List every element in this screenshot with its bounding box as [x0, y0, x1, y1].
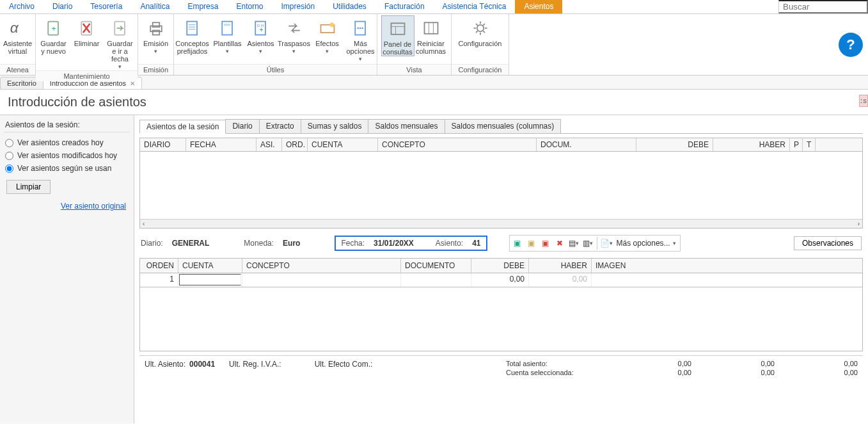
mas-opciones-dropdown[interactable]: Más opciones...▾: [614, 237, 679, 250]
radio-input[interactable]: [5, 152, 13, 160]
tab-diario[interactable]: Diario: [225, 119, 259, 133]
cuenta-input[interactable]: [179, 274, 241, 285]
scrollbar[interactable]: ‹›: [140, 219, 862, 228]
col-debe2[interactable]: DEBE: [471, 259, 529, 273]
observaciones-button[interactable]: Observaciones: [794, 236, 862, 250]
guardar-ir-fecha-button[interactable]: Guardar e ir a fecha ▾: [104, 15, 137, 70]
col-docum[interactable]: DOCUM.: [537, 138, 636, 151]
fecha-value[interactable]: 31/01/20XX: [374, 239, 414, 248]
menu-diario[interactable]: Diario: [43, 0, 81, 13]
effects-icon: [317, 18, 338, 38]
radio-input[interactable]: [5, 164, 13, 173]
radio-creados-hoy[interactable]: Ver asientos creados hoy: [4, 136, 130, 149]
col-fecha[interactable]: FECHA: [186, 138, 256, 151]
col-asi[interactable]: ASI.: [256, 138, 282, 151]
emision-button[interactable]: Emisión ▾: [139, 15, 173, 55]
ribbon-group-label: Mantenimiento: [36, 70, 138, 81]
col-diario[interactable]: DIARIO: [140, 138, 186, 151]
cell-cuenta[interactable]: [178, 273, 242, 287]
cell-documento[interactable]: [401, 273, 471, 287]
col-concepto[interactable]: CONCEPTO: [378, 138, 537, 151]
reiniciar-columnas-button[interactable]: Reiniciar columnas: [414, 15, 448, 55]
menu-entorno[interactable]: Entorno: [227, 0, 272, 13]
tab-sumas-saldos[interactable]: Sumas y saldos: [301, 119, 369, 133]
col-p[interactable]: P: [790, 138, 803, 151]
asientos-util-button[interactable]: D H+ Asientos ▾: [244, 15, 278, 55]
ver-asiento-original-link[interactable]: Ver asiento original: [4, 199, 130, 213]
session-grid-body[interactable]: ‹›: [139, 152, 863, 229]
menu-impresion[interactable]: Impresión: [272, 0, 324, 13]
tab-extracto[interactable]: Extracto: [259, 119, 301, 133]
col-cuenta2[interactable]: CUENTA: [178, 259, 242, 273]
menu-utilidades[interactable]: Utilidades: [324, 0, 375, 13]
scroll-left-icon[interactable]: ‹: [143, 220, 145, 227]
tab-asientos-sesion[interactable]: Asientos de la sesión: [139, 120, 226, 134]
dropdown-arrow-icon: ▾: [673, 240, 676, 246]
guardar-y-nuevo-button[interactable]: + Guardar y nuevo: [37, 15, 70, 55]
asistente-virtual-button[interactable]: α Asistente virtual: [1, 15, 35, 55]
printer-icon: [146, 18, 166, 38]
tb-tool2-icon[interactable]: ▥▾: [581, 237, 594, 250]
col-orden[interactable]: ORDEN: [140, 259, 178, 273]
mas-opciones-label: Más opciones...: [617, 239, 670, 248]
cuenta-sel-haber: 0,00: [711, 369, 775, 376]
radio-label: Ver asientos según se usan: [17, 164, 111, 173]
cuenta-sel-diff: 0,00: [794, 369, 858, 376]
svg-rect-25: [391, 23, 404, 35]
col-documento[interactable]: DOCUMENTO: [401, 259, 471, 273]
asiento-value[interactable]: 41: [472, 239, 480, 248]
eliminar-button[interactable]: Eliminar: [70, 15, 104, 47]
cell-imagen[interactable]: [592, 273, 862, 287]
menu-archivo[interactable]: Archivo: [0, 0, 43, 13]
cell-haber[interactable]: 0,00: [529, 273, 592, 287]
ribbon-group-mantenimiento: + Guardar y nuevo Eliminar Guardar e ir …: [36, 14, 138, 75]
conceptos-prefijados-button[interactable]: Conceptos prefijados: [174, 15, 211, 55]
menu-tesoreria[interactable]: Tesorería: [81, 0, 131, 13]
col-haber2[interactable]: HABER: [529, 259, 592, 273]
radio-segun-usan[interactable]: Ver asientos según se usan: [4, 162, 130, 175]
tb-delete-icon[interactable]: ✖: [553, 237, 566, 250]
ribbon-group-label: Útiles: [174, 64, 377, 75]
col-concepto2[interactable]: CONCEPTO: [242, 259, 401, 273]
tb-doc-red-icon[interactable]: ▣: [539, 237, 552, 250]
tab-saldos-mensuales[interactable]: Saldos mensuales: [368, 119, 445, 133]
configuracion-button[interactable]: Configuración: [455, 15, 506, 47]
menu-empresa[interactable]: Empresa: [178, 0, 227, 13]
col-imagen[interactable]: IMAGEN: [592, 259, 862, 273]
scroll-right-icon[interactable]: ›: [858, 220, 860, 227]
tb-attach-icon[interactable]: 📄▾: [600, 237, 613, 250]
menu-asientos[interactable]: Asientos: [515, 0, 562, 13]
col-haber[interactable]: HABER: [713, 138, 790, 151]
panel-consultas-button[interactable]: Panel de consultas: [381, 15, 414, 56]
col-cuenta[interactable]: CUENTA: [308, 138, 378, 151]
cell-debe[interactable]: 0,00: [471, 273, 529, 287]
edge-tab[interactable]: ːs: [859, 95, 868, 107]
entry-grid-body[interactable]: [139, 287, 863, 351]
traspasos-button[interactable]: Traspasos ▾: [278, 15, 311, 55]
menu-asistencia[interactable]: Asistencia Técnica: [434, 0, 516, 13]
col-debe[interactable]: DEBE: [636, 138, 713, 151]
col-t[interactable]: T: [803, 138, 816, 151]
mas-opciones-button[interactable]: Más opciones ▾: [344, 15, 377, 63]
panel-icon: [388, 19, 408, 39]
plantillas-button[interactable]: Plantillas ▾: [211, 15, 244, 55]
efectos-button[interactable]: Efectos ▾: [311, 15, 344, 55]
cell-concepto[interactable]: [242, 273, 401, 287]
ribbon-btn-label: Guardar e ir a fecha: [107, 40, 132, 63]
menu-analitica[interactable]: Analítica: [131, 0, 178, 13]
session-grid-header: DIARIO FECHA ASI. ORD. CUENTA CONCEPTO D…: [139, 138, 863, 152]
help-icon[interactable]: ?: [839, 33, 863, 57]
tb-doc-green-icon[interactable]: ▣: [511, 237, 524, 250]
col-ord[interactable]: ORD.: [282, 138, 308, 151]
tb-doc-yellow-icon[interactable]: ▣: [525, 237, 538, 250]
tb-tool1-icon[interactable]: ▤▾: [567, 237, 580, 250]
ribbon-group-label-atenea: Atenea: [0, 64, 35, 75]
svg-rect-15: [223, 24, 230, 26]
search-input[interactable]: [778, 0, 868, 13]
tab-saldos-mensuales-col[interactable]: Saldos mensuales (columnas): [445, 119, 562, 133]
radio-input[interactable]: [5, 139, 13, 147]
radio-modificados-hoy[interactable]: Ver asientos modificados hoy: [4, 149, 130, 162]
entry-grid-row[interactable]: 1 0,00 0,00: [139, 273, 863, 287]
limpiar-button[interactable]: Limpiar: [6, 180, 51, 194]
menu-facturacion[interactable]: Facturación: [375, 0, 434, 13]
